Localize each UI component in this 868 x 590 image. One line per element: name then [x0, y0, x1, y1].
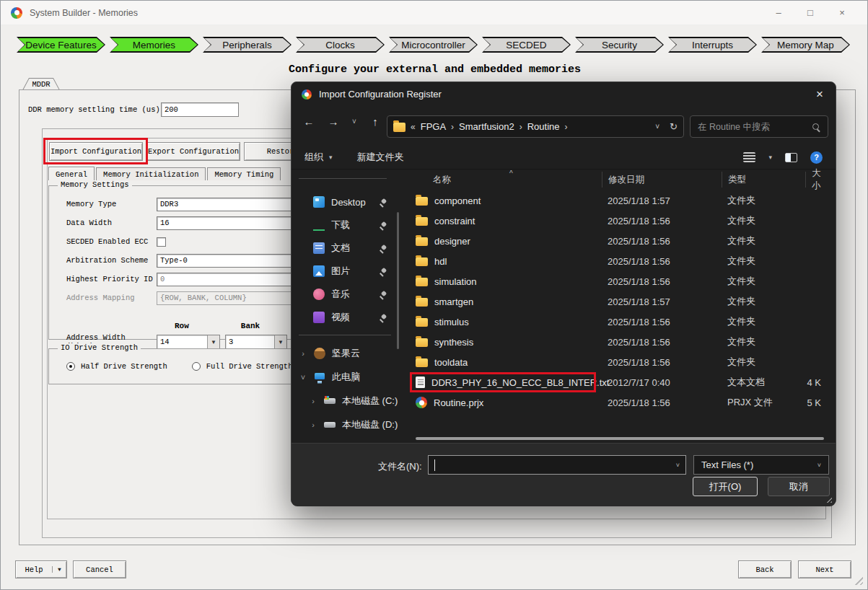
column-size[interactable]: 大小	[805, 172, 828, 188]
memory-tab[interactable]: General	[48, 167, 95, 180]
column-date-modified[interactable]: 修改日期	[602, 172, 722, 188]
list-view-icon[interactable]	[743, 152, 755, 162]
sidebar-tree-item[interactable]: › 本地磁盘 (D:)	[291, 413, 401, 436]
radio-button[interactable]	[192, 362, 201, 371]
file-row[interactable]: component 2025/1/18 1:57 文件夹	[407, 190, 833, 211]
search-input[interactable]	[698, 122, 812, 132]
sidebar-item[interactable]: 图片	[291, 260, 401, 283]
help-icon[interactable]: ?	[810, 151, 823, 164]
help-button[interactable]: Help ▼	[15, 560, 67, 578]
file-type-filter[interactable]: Text Files (*) ˅	[693, 455, 829, 475]
dialog-cancel-button[interactable]: 取消	[768, 477, 830, 496]
up-arrow-icon[interactable]: ↑	[367, 115, 384, 128]
back-arrow-icon[interactable]: ←	[300, 115, 317, 128]
minimize-button[interactable]: –	[772, 7, 785, 18]
sidebar-tree-item[interactable]: ˅ 此电脑	[291, 365, 401, 389]
file-name-cell[interactable]: hdl	[407, 251, 602, 271]
file-row[interactable]: stimulus 2025/1/18 1:56 文件夹	[407, 312, 833, 332]
chevron-down-icon[interactable]: ▼	[274, 335, 286, 348]
tree-expand-icon[interactable]: ›	[309, 397, 317, 405]
filename-input[interactable]	[434, 459, 672, 471]
address-crumb[interactable]: Smartfusion2	[459, 121, 514, 132]
filename-combo[interactable]: ˅	[428, 455, 686, 475]
chevron-down-icon[interactable]: ▼	[52, 566, 66, 573]
chevron-down-icon[interactable]: ▼	[207, 335, 219, 348]
file-row[interactable]: DDR3_PHY_16_NO_ECC_BL8_INTER.txt 2012/7/…	[407, 372, 833, 392]
chevron-down-icon[interactable]: ▾	[768, 154, 772, 161]
next-button[interactable]: Next	[798, 560, 851, 578]
wizard-step[interactable]: Peripherals	[203, 37, 291, 53]
tree-expand-icon[interactable]: ›	[309, 421, 317, 429]
address-bar[interactable]: « FPGA › Smartfusion2 › Routine › ˅ ↻	[387, 115, 684, 138]
wizard-step[interactable]: Microcontroller	[389, 37, 478, 53]
radio-button[interactable]	[66, 362, 75, 371]
refresh-icon[interactable]: ↻	[670, 121, 678, 132]
wizard-step[interactable]: Clocks	[296, 37, 385, 53]
dialog-close-button[interactable]: ×	[804, 82, 836, 106]
recent-locations-icon[interactable]: ˅	[349, 118, 359, 126]
dialog-resize-grip[interactable]	[825, 496, 832, 503]
sidebar-item[interactable]: 音乐	[291, 283, 401, 306]
settling-time-input[interactable]	[161, 102, 239, 117]
file-row[interactable]: hdl 2025/1/18 1:56 文件夹	[407, 251, 833, 271]
file-name-cell[interactable]: tooldata	[407, 352, 602, 372]
wizard-step[interactable]: Interrupts	[668, 37, 757, 53]
wizard-step[interactable]: Device Features	[17, 37, 105, 53]
back-button[interactable]: Back	[738, 560, 792, 578]
row-width-select[interactable]: 14 ▼	[157, 335, 220, 349]
sidebar-item[interactable]: Desktop	[291, 190, 401, 213]
bank-width-select[interactable]: 3 ▼	[225, 335, 287, 349]
sidebar-item[interactable]: 视频	[291, 306, 401, 329]
file-name-cell[interactable]: constraint	[407, 211, 602, 231]
import-configuration-button[interactable]: Import Configuration	[49, 142, 143, 161]
file-name-cell[interactable]: DDR3_PHY_16_NO_ECC_BL8_INTER.txt	[407, 372, 602, 392]
file-row[interactable]: synthesis 2025/1/18 1:56 文件夹	[407, 332, 833, 352]
file-name-cell[interactable]: Routine.prjx	[407, 392, 602, 413]
tree-expand-icon[interactable]: ˅	[299, 373, 307, 382]
sidebar-item[interactable]: 下载	[291, 213, 401, 237]
chevron-down-icon[interactable]: ˅	[672, 462, 680, 469]
file-name-cell[interactable]: smartgen	[407, 291, 602, 312]
tab-mddr[interactable]: MDDR	[22, 78, 60, 90]
window-resize-grip[interactable]	[853, 575, 863, 585]
file-row[interactable]: simulation 2025/1/18 1:56 文件夹	[407, 271, 833, 291]
wizard-step[interactable]: Memories	[110, 37, 198, 53]
file-row[interactable]: Routine.prjx 2025/1/18 1:56 PRJX 文件 5 K	[407, 392, 833, 413]
tree-expand-icon[interactable]: ›	[299, 349, 307, 358]
file-name-cell[interactable]: synthesis	[407, 332, 602, 352]
wizard-step[interactable]: Security	[575, 37, 664, 53]
maximize-button[interactable]: □	[804, 7, 817, 18]
forward-arrow-icon[interactable]: →	[325, 115, 342, 128]
memory-tab[interactable]: Memory Initialization	[96, 167, 206, 180]
address-crumb[interactable]: FPGA	[421, 121, 446, 132]
address-dropdown-icon[interactable]: ˅	[655, 123, 659, 131]
file-row[interactable]: constraint 2025/1/18 1:56 文件夹	[407, 211, 833, 231]
new-folder-button[interactable]: 新建文件夹	[357, 151, 404, 164]
address-crumb[interactable]: Routine	[527, 121, 560, 132]
organize-button[interactable]: 组织	[304, 151, 323, 164]
cancel-button[interactable]: Cancel	[73, 560, 126, 578]
export-configuration-button[interactable]: Export Configuration	[146, 142, 240, 161]
memory-tab[interactable]: Memory Timing	[207, 167, 281, 180]
horizontal-scrollbar[interactable]	[416, 437, 824, 440]
column-name[interactable]: 名称 ^	[407, 174, 602, 186]
field-value[interactable]	[157, 237, 166, 247]
sidebar-scrollbar[interactable]	[397, 212, 399, 349]
preview-pane-icon[interactable]	[785, 153, 797, 162]
wizard-step[interactable]: Memory Map	[761, 37, 850, 53]
sidebar-tree-item[interactable]: › 本地磁盘 (C:)	[291, 389, 401, 413]
file-name-cell[interactable]: stimulus	[407, 312, 602, 332]
file-name-cell[interactable]: designer	[407, 231, 602, 251]
file-row[interactable]: tooldata 2025/1/18 1:56 文件夹	[407, 352, 833, 372]
column-type[interactable]: 类型	[722, 172, 805, 188]
file-row[interactable]: smartgen 2025/1/18 1:57 文件夹	[407, 291, 833, 312]
search-box[interactable]	[690, 115, 828, 138]
open-button[interactable]: 打开(O)	[693, 477, 758, 496]
sidebar-tree-item[interactable]: › 坚果云	[291, 341, 401, 365]
sidebar-item[interactable]: 文档	[291, 237, 401, 260]
file-row[interactable]: designer 2025/1/18 1:56 文件夹	[407, 231, 833, 251]
file-name-cell[interactable]: simulation	[407, 271, 602, 291]
close-button[interactable]: ×	[836, 7, 849, 18]
wizard-step[interactable]: SECDED	[482, 37, 571, 53]
file-name-cell[interactable]: component	[407, 190, 602, 211]
